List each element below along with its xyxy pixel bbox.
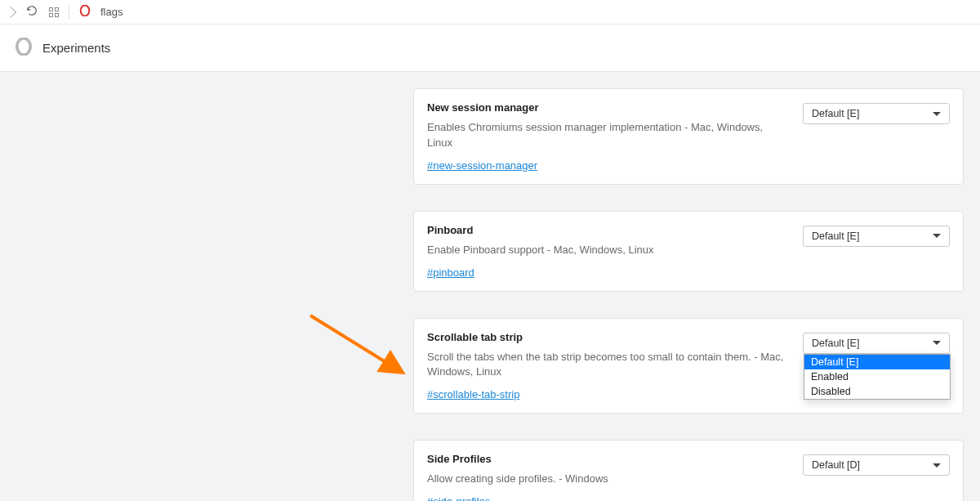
flag-card: Side ProfilesAllow creating side profile…: [413, 440, 964, 501]
chevron-down-icon: [933, 234, 941, 238]
chevron-down-icon: [933, 112, 941, 116]
chevron-down-icon: [933, 341, 941, 345]
content-area: New session managerEnables Chromiums ses…: [0, 72, 980, 501]
flag-select-value: Default [D]: [812, 459, 860, 471]
flag-select-option[interactable]: Disabled: [804, 384, 950, 399]
flag-card: Scrollable tab stripScroll the tabs when…: [413, 318, 964, 414]
address-bar-text[interactable]: flags: [100, 6, 122, 18]
annotation-arrow: [304, 311, 418, 384]
flag-control: Default [E]: [803, 101, 950, 172]
flag-info: Side ProfilesAllow creating side profile…: [427, 453, 786, 501]
flag-info: New session managerEnables Chromiums ses…: [427, 101, 786, 172]
flag-select-option[interactable]: Default [E]: [804, 355, 950, 369]
flag-anchor-link[interactable]: #scrollable-tab-strip: [427, 388, 519, 400]
flag-anchor-link[interactable]: #side-profiles: [427, 495, 490, 501]
flag-select[interactable]: Default [E]: [803, 226, 950, 247]
flag-select-value: Default [E]: [812, 230, 859, 242]
page-header: Experiments: [0, 25, 980, 72]
opera-logo-icon: [79, 5, 91, 20]
reload-icon[interactable]: [26, 5, 38, 20]
flag-select[interactable]: Default [E]Default [E]EnabledDisabled: [803, 333, 950, 354]
flag-title: Scrollable tab strip: [427, 331, 786, 343]
nav-controls: [7, 5, 59, 20]
svg-point-0: [81, 5, 90, 16]
flag-select-value: Default [E]: [812, 108, 859, 119]
speed-dial-icon[interactable]: [49, 7, 59, 17]
flag-anchor-link[interactable]: #new-session-manager: [427, 159, 537, 172]
opera-grey-logo-icon: [15, 38, 33, 59]
flag-control: Default [E]: [803, 224, 950, 280]
flag-select-value: Default [E]: [812, 338, 859, 349]
svg-line-3: [310, 315, 400, 371]
flag-title: Pinboard: [427, 224, 786, 236]
browser-toolbar: flags: [0, 0, 980, 25]
flag-info: Scrollable tab stripScroll the tabs when…: [427, 331, 786, 402]
toolbar-divider: [69, 6, 69, 19]
page-title: Experiments: [42, 41, 110, 55]
flag-select[interactable]: Default [D]: [803, 454, 950, 476]
flag-title: Side Profiles: [427, 453, 786, 465]
flag-title: New session manager: [427, 101, 786, 114]
flag-description: Enable Pinboard support - Mac, Windows, …: [427, 243, 786, 258]
flag-select[interactable]: Default [E]: [803, 103, 950, 124]
forward-icon[interactable]: [5, 6, 16, 17]
flag-description: Enables Chromiums session manager implem…: [427, 120, 786, 151]
flag-description: Allow creating side profiles. - Windows: [427, 472, 786, 487]
flag-control: Default [D]: [803, 453, 950, 501]
flag-card: PinboardEnable Pinboard support - Mac, W…: [413, 211, 964, 292]
flag-control: Default [E]Default [E]EnabledDisabled: [803, 331, 950, 402]
flag-select-option[interactable]: Enabled: [804, 369, 950, 384]
flag-card: New session managerEnables Chromiums ses…: [413, 88, 964, 185]
chevron-down-icon: [933, 463, 941, 467]
flag-select-dropdown: Default [E]EnabledDisabled: [804, 354, 951, 400]
flag-info: PinboardEnable Pinboard support - Mac, W…: [427, 224, 786, 280]
svg-point-1: [17, 38, 31, 54]
flag-description: Scroll the tabs when the tab strip becom…: [427, 350, 786, 381]
flag-anchor-link[interactable]: #pinboard: [427, 266, 474, 279]
